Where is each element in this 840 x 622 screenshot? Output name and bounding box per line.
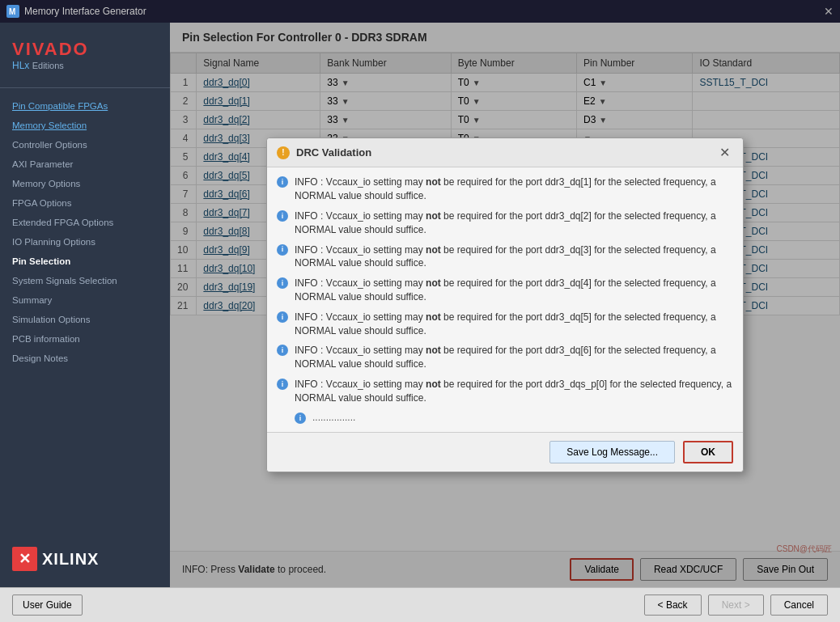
svg-text:M: M	[9, 7, 15, 16]
footer: User Guide < Back Next > Cancel	[0, 587, 840, 622]
modal-title: DRC Validation	[296, 146, 716, 159]
info-icon: i	[277, 277, 288, 289]
xilinx-x-icon: ✕	[12, 547, 37, 571]
modal-message: i INFO : Vccaux_io setting may not be re…	[277, 209, 733, 237]
footer-left: User Guide	[12, 594, 83, 616]
sidebar-item-pcb[interactable]: PCB information	[0, 329, 170, 349]
info-icon: i	[277, 379, 288, 390]
modal-message: i INFO : Vccaux_io setting may not be re…	[277, 243, 733, 271]
sidebar-navigation: Pin Compatible FPGAs Memory Selection Co…	[0, 88, 170, 539]
sidebar-item-memory-selection[interactable]: Memory Selection	[0, 116, 170, 135]
modal-close-button[interactable]: ✕	[716, 145, 733, 160]
message-text: INFO : Vccaux_io setting may not be requ…	[295, 243, 733, 271]
modal-message: i INFO : Vccaux_io setting may not be re…	[277, 311, 733, 338]
content-area: Pin Selection For Controller 0 - DDR3 SD…	[170, 23, 840, 587]
info-icon: i	[277, 210, 288, 222]
sidebar: VIVADO HLx Editions Pin Compatible FPGAs…	[0, 23, 170, 587]
title-bar: M Memory Interface Generator ✕	[0, 0, 840, 23]
sidebar-item-axi-parameter[interactable]: AXI Parameter	[0, 154, 170, 174]
modal-footer: Save Log Message... OK	[267, 432, 743, 472]
xilinx-label: XILINX	[42, 550, 99, 569]
drc-validation-dialog: ! DRC Validation ✕ i INFO : Vccaux_io se…	[266, 138, 744, 472]
sidebar-bottom: ✕ XILINX	[0, 539, 170, 579]
ellipsis-item: i................	[277, 412, 733, 424]
modal-message: i INFO : Vccaux_io setting may not be re…	[277, 176, 733, 203]
modal-message: i INFO : Vccaux_io setting may not be re…	[277, 378, 733, 405]
close-button[interactable]: ✕	[824, 5, 834, 18]
modal-header: ! DRC Validation ✕	[267, 138, 743, 167]
message-text: INFO : Vccaux_io setting may not be requ…	[295, 176, 733, 203]
message-text: INFO : Vccaux_io setting may not be requ…	[295, 277, 733, 304]
sidebar-logo: VIVADO HLx Editions	[0, 31, 170, 88]
message-text: INFO : Vccaux_io setting may not be requ…	[295, 344, 733, 371]
sidebar-item-extended-fpga[interactable]: Extended FPGA Options	[0, 213, 170, 232]
cancel-button[interactable]: Cancel	[770, 594, 828, 616]
sidebar-item-pin-compatible[interactable]: Pin Compatible FPGAs	[0, 96, 170, 116]
sidebar-item-pin-selection[interactable]: Pin Selection	[0, 252, 170, 271]
save-log-button[interactable]: Save Log Message...	[549, 441, 675, 463]
info-icon: i	[277, 345, 288, 356]
modal-warning-icon: !	[277, 146, 290, 159]
modal-message: i INFO : Vccaux_io setting may not be re…	[277, 277, 733, 304]
editions-label: Editions	[32, 61, 64, 70]
next-button[interactable]: Next >	[708, 594, 764, 616]
xilinx-logo: ✕ XILINX	[12, 547, 158, 571]
modal-overlay: ! DRC Validation ✕ i INFO : Vccaux_io se…	[170, 23, 840, 587]
message-text: INFO : Vccaux_io setting may not be requ…	[295, 209, 733, 237]
sidebar-item-controller-options[interactable]: Controller Options	[0, 135, 170, 154]
info-icon: i	[277, 244, 288, 256]
hl-logo: HLx	[12, 60, 29, 71]
info-icon: i	[277, 176, 288, 188]
sidebar-item-system-signals[interactable]: System Signals Selection	[0, 271, 170, 290]
back-button[interactable]: < Back	[644, 594, 702, 616]
sidebar-item-memory-options[interactable]: Memory Options	[0, 174, 170, 193]
ok-button[interactable]: OK	[683, 441, 733, 463]
app-icon: M	[6, 5, 19, 18]
message-text: INFO : Vccaux_io setting may not be requ…	[295, 311, 733, 338]
modal-message: i INFO : Vccaux_io setting may not be re…	[277, 344, 733, 371]
sidebar-item-design-notes[interactable]: Design Notes	[0, 349, 170, 368]
footer-navigation-buttons: < Back Next > Cancel	[644, 594, 828, 616]
message-text: INFO : Vccaux_io setting may not be requ…	[295, 378, 733, 405]
info-icon: i	[277, 311, 288, 323]
sidebar-item-fpga-options[interactable]: FPGA Options	[0, 193, 170, 213]
modal-body[interactable]: i INFO : Vccaux_io setting may not be re…	[267, 167, 743, 431]
user-guide-button[interactable]: User Guide	[12, 594, 83, 616]
sidebar-item-io-planning[interactable]: IO Planning Options	[0, 232, 170, 252]
vivado-logo: VIVADO	[12, 39, 158, 60]
window-title: Memory Interface Generator	[24, 6, 824, 17]
sidebar-item-simulation[interactable]: Simulation Options	[0, 310, 170, 329]
sidebar-item-summary[interactable]: Summary	[0, 290, 170, 310]
